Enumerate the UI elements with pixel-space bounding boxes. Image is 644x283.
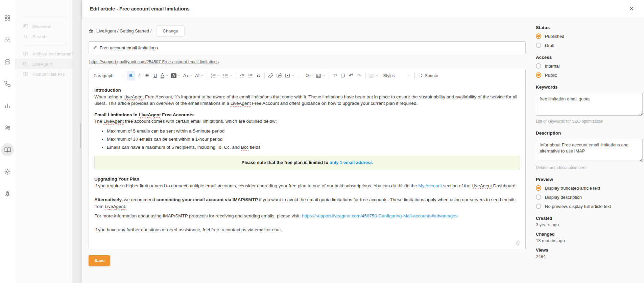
sidebar-item-overview[interactable]: Overview: [15, 21, 72, 31]
preview-radio-display-truncated-article-text[interactable]: Display truncated article text: [536, 185, 643, 191]
editor-toolbar: ParagraphBISUAAA≡AI12“—ΩTx↶↷StylesSource: [89, 69, 525, 82]
article-url-link[interactable]: https://support.qualityunit.com/254507-F…: [89, 60, 219, 64]
radio-button[interactable]: [536, 33, 541, 39]
pencil-icon: ✎: [93, 45, 97, 50]
select-all-button[interactable]: [339, 71, 347, 80]
paragraph-spacer: [94, 189, 520, 196]
chevron-down-icon: [322, 74, 325, 77]
customers-icon[interactable]: [1, 121, 14, 134]
article-url-row: https://support.qualityunit.com/254507-F…: [89, 60, 526, 64]
change-category-button[interactable]: Change: [156, 25, 185, 37]
sidebar-item-archive-and-internal[interactable]: Archive and internal: [15, 49, 72, 59]
highlight-button[interactable]: A: [170, 71, 182, 80]
font-size-button[interactable]: A≡: [182, 71, 194, 80]
status-radio-published[interactable]: Published: [536, 33, 643, 39]
preview-radio-no-preview-display-full-article-text[interactable]: No preview, display full article text: [536, 204, 643, 209]
inline-link[interactable]: My Account: [418, 183, 442, 188]
keywords-label: Keywords: [536, 85, 643, 90]
insert-image-button[interactable]: [275, 71, 283, 80]
preview-radio-display-description[interactable]: Display description: [536, 194, 643, 200]
phone-icon[interactable]: [1, 77, 14, 90]
increase-indent-button[interactable]: [246, 71, 254, 80]
rocket-icon[interactable]: [1, 187, 14, 200]
chat-icon[interactable]: [1, 55, 14, 68]
toolbar-separator: [264, 72, 265, 79]
source-button[interactable]: Source: [417, 71, 440, 80]
horizontal-line-button[interactable]: —: [296, 71, 304, 80]
decrease-indent-button[interactable]: [238, 71, 246, 80]
radio-button[interactable]: [536, 43, 541, 48]
article-meta: Created3 years agoChanged13 months agoVi…: [536, 216, 643, 259]
keywords-textarea[interactable]: free limitation email quota: [536, 93, 643, 116]
paperclip-icon[interactable]: [516, 240, 521, 245]
article-paragraph: If you require a higher limit or need to…: [94, 183, 520, 189]
align-button[interactable]: [368, 71, 380, 80]
sidebar-item-post-affiliate-pro[interactable]: Post Affiliate Pro: [15, 69, 72, 79]
background-scrollbar[interactable]: [80, 123, 81, 148]
toolbar-separator: [236, 72, 236, 79]
bullet-list-button[interactable]: [221, 71, 234, 80]
remove-format-button[interactable]: Tx: [331, 71, 339, 80]
knowledge-base-icon[interactable]: [1, 143, 14, 156]
meta-views: Views2484: [536, 247, 643, 259]
article-heading: Email Limitations in LiveAgent Free Acco…: [94, 112, 520, 118]
chevron-down-icon: [177, 74, 181, 77]
sidebar-item-search[interactable]: Search: [15, 31, 72, 42]
close-icon[interactable]: ✕: [627, 5, 636, 13]
insert-table-button[interactable]: [314, 71, 327, 80]
editor-content[interactable]: IntroductionWhen using a LiveAgent Free …: [89, 82, 525, 249]
divider: [22, 45, 66, 45]
bank-icon: [89, 28, 94, 33]
keywords-group: Keywords free limitation email quota Lis…: [536, 85, 643, 124]
strikethrough-button[interactable]: S: [143, 71, 151, 80]
article-title-field[interactable]: ✎: [89, 41, 526, 54]
radio-button[interactable]: [536, 204, 541, 209]
knowledge-base-sidemenu: OverviewSearchArchive and internalLiveAg…: [15, 0, 72, 283]
radio-button[interactable]: [536, 63, 541, 69]
save-button[interactable]: Save: [89, 255, 110, 266]
preview-label: Preview: [536, 177, 643, 182]
paragraph-spacer: [94, 219, 520, 227]
note-box: Please note that the free plan is limite…: [94, 156, 520, 170]
description-textarea[interactable]: Infor about Free account email limitatio…: [536, 139, 643, 162]
chevron-down-icon: [165, 74, 168, 77]
bold-button[interactable]: B: [127, 71, 135, 80]
italic-button[interactable]: I: [135, 71, 143, 80]
status-radio-draft[interactable]: Draft: [536, 43, 643, 48]
chevron-down-icon: [407, 74, 410, 77]
ai-assistant-button[interactable]: AI: [194, 71, 205, 80]
modal-header: Edit article - Free account email limita…: [82, 0, 644, 18]
insert-media-button[interactable]: [283, 71, 296, 80]
access-radio-internal[interactable]: Internal: [536, 63, 643, 69]
radio-button[interactable]: [536, 185, 541, 191]
numbered-list-button[interactable]: 12: [209, 71, 221, 80]
insert-link-button[interactable]: [267, 71, 275, 80]
undo-button[interactable]: ↶: [347, 71, 355, 80]
special-character-button[interactable]: Ω: [304, 71, 314, 80]
preview-group: PreviewDisplay truncated article textDis…: [536, 177, 643, 209]
underline-button[interactable]: U: [151, 71, 159, 80]
settings-icon[interactable]: [1, 165, 14, 178]
styles-dropdown[interactable]: Styles: [381, 71, 412, 80]
inline-link[interactable]: https://support.liveagent.com/458758-Con…: [302, 213, 457, 218]
meta-created: Created3 years ago: [536, 216, 643, 227]
radio-button[interactable]: [536, 194, 541, 200]
font-color-button[interactable]: A: [159, 71, 170, 80]
inline-link[interactable]: only 1 email address: [330, 160, 373, 165]
reports-icon[interactable]: [1, 99, 14, 112]
chevron-down-icon: [229, 74, 232, 77]
blockquote-button[interactable]: “: [254, 71, 262, 80]
access-radio-public[interactable]: Public: [536, 72, 643, 78]
chevron-down-icon: [122, 74, 125, 77]
article-paragraph: For more information about using IMAP/SM…: [94, 213, 520, 219]
access-group: AccessInternalPublic: [536, 55, 643, 78]
mail-icon[interactable]: [1, 33, 14, 46]
radio-button[interactable]: [536, 72, 541, 78]
article-title-input[interactable]: [100, 45, 522, 50]
apps-grid-icon[interactable]: [1, 11, 14, 24]
edit-article-modal: Edit article - Free account email limita…: [82, 0, 644, 283]
article-heading: Introduction: [94, 87, 520, 94]
paragraph-dropdown[interactable]: Paragraph: [92, 71, 127, 80]
redo-button[interactable]: ↷: [355, 71, 363, 80]
sidebar-item-liveagent[interactable]: LiveAgent: [15, 59, 72, 69]
